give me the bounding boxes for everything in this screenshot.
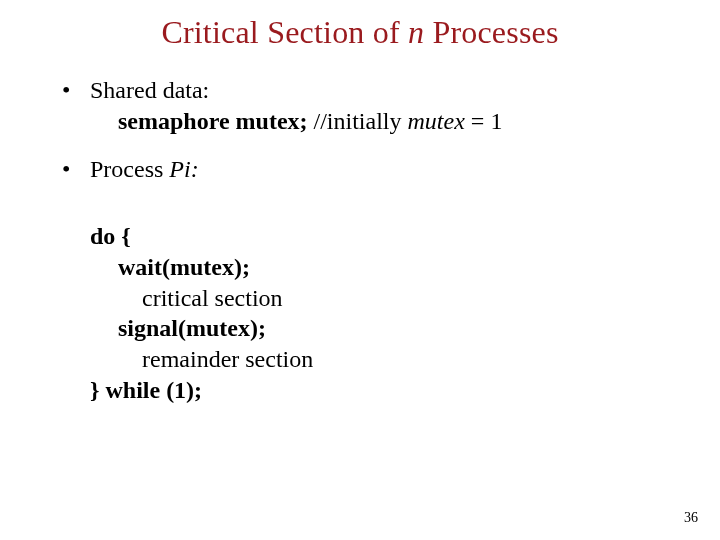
equals-one: = 1	[465, 108, 503, 134]
code-block: do { wait(mutex); critical section signa…	[62, 221, 680, 405]
spacer	[62, 203, 680, 221]
bullet-shared-data: • Shared data: semaphore mutex; //initia…	[62, 75, 680, 136]
spacer	[62, 185, 680, 203]
slide-title: Critical Section of n Processes	[0, 0, 720, 51]
code-critical: critical section	[62, 283, 680, 314]
bullet-process-body: Process Pi:	[90, 154, 680, 185]
code-wait: wait(mutex);	[62, 252, 680, 283]
title-suffix: Processes	[424, 14, 558, 50]
title-n: n	[408, 14, 424, 50]
slide-body: • Shared data: semaphore mutex; //initia…	[0, 51, 720, 405]
process-pi: Pi:	[169, 156, 198, 182]
code-do: do {	[62, 221, 680, 252]
semaphore-decl: semaphore mutex;	[118, 108, 308, 134]
initially-text: //initially	[308, 108, 408, 134]
code-signal: signal(mutex);	[62, 313, 680, 344]
bullet-marker-icon: •	[62, 154, 90, 185]
bullet-marker-icon: •	[62, 75, 90, 136]
code-remainder: remainder section	[62, 344, 680, 375]
semaphore-line: semaphore mutex; //initially mutex = 1	[90, 106, 680, 137]
bullet-process: • Process Pi:	[62, 154, 680, 185]
spacer	[62, 136, 680, 154]
slide: Critical Section of n Processes • Shared…	[0, 0, 720, 540]
mutex-var: mutex	[408, 108, 465, 134]
bullet-shared-data-body: Shared data: semaphore mutex; //initiall…	[90, 75, 680, 136]
title-prefix: Critical Section of	[161, 14, 408, 50]
code-while: } while (1);	[62, 375, 680, 406]
page-number: 36	[684, 510, 698, 526]
process-label: Process	[90, 156, 169, 182]
shared-data-label: Shared data:	[90, 75, 680, 106]
